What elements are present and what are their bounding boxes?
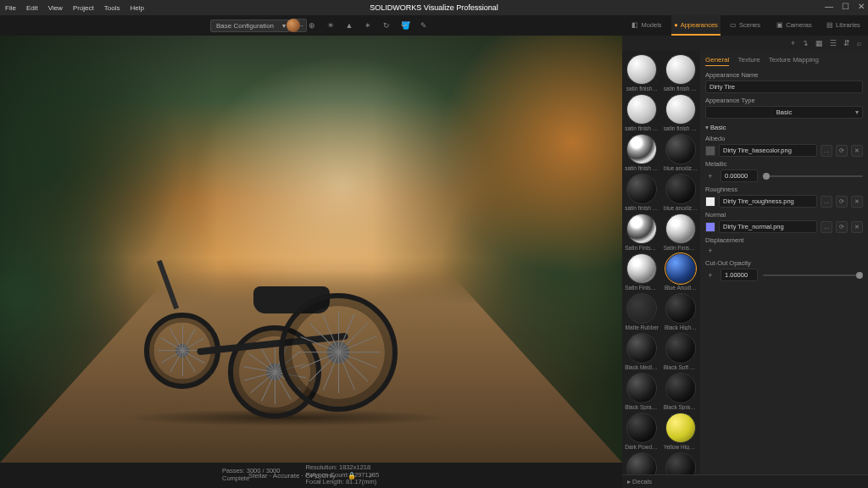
appearance-label: Blue Anodi… — [664, 285, 698, 291]
proptab-mapping[interactable]: Texture Mapping — [769, 54, 819, 66]
minimize-icon[interactable]: — — [825, 2, 833, 11]
toolbar-globe-icon[interactable]: ⊕ — [305, 19, 319, 32]
roughness-label: Roughness — [705, 186, 863, 193]
normal-clear-icon[interactable]: ✕ — [851, 221, 863, 233]
menu-file[interactable]: File — [5, 4, 16, 12]
material-preset-icon[interactable] — [287, 19, 300, 32]
roughness-reload-icon[interactable]: ⟳ — [836, 196, 848, 208]
roughness-clear-icon[interactable]: ✕ — [851, 196, 863, 208]
proptab-general[interactable]: General — [705, 54, 729, 66]
menu-edit[interactable]: Edit — [26, 4, 38, 12]
normal-chip[interactable] — [705, 222, 715, 232]
toolbar-sun-icon[interactable]: ☀ — [324, 19, 337, 32]
decals-section[interactable]: ▸ Decals — [622, 474, 868, 488]
appearance-name-field[interactable]: Dirty Tire — [705, 80, 863, 93]
appearance-swatch[interactable]: blue anodiz… — [663, 134, 699, 171]
roughness-chip[interactable] — [705, 197, 715, 207]
toolbar-refresh-icon[interactable]: ↻ — [380, 19, 393, 32]
appearance-label: Dark Powde… — [625, 444, 659, 450]
tab-scenes[interactable]: ▭Scenes — [721, 15, 770, 36]
lock-icon[interactable]: 🔒 — [348, 472, 356, 480]
section-basic[interactable]: Basic — [705, 124, 863, 131]
appearance-swatch[interactable]: Satin Finish… — [624, 214, 660, 251]
appearance-type-select[interactable]: Basic — [705, 106, 863, 119]
maximize-icon[interactable]: ☐ — [842, 2, 849, 11]
albedo-chip[interactable] — [705, 146, 715, 156]
menu-project[interactable]: Project — [73, 4, 94, 12]
metallic-value-field[interactable]: 0.00000 — [721, 169, 758, 182]
appearance-label: satin finish… — [625, 86, 659, 92]
roughness-browse-button[interactable]: … — [821, 196, 832, 208]
albedo-reload-icon[interactable]: ⟳ — [836, 145, 848, 157]
import-button[interactable]: ↴ — [802, 39, 809, 47]
appearance-swatch[interactable]: satin finish… — [624, 54, 660, 92]
albedo-browse-button[interactable]: … — [821, 145, 832, 157]
tab-models[interactable]: ◧Models — [622, 15, 671, 36]
appearance-swatch[interactable]: Black Spray… — [663, 373, 699, 410]
sphere-icon: ● — [674, 21, 678, 29]
appearance-swatch[interactable]: Black Mediu… — [624, 333, 660, 370]
list-view-icon[interactable]: ☰ — [830, 39, 837, 47]
toolbar-mesh-icon[interactable]: ▲ — [342, 19, 356, 32]
appearance-library[interactable]: satin finish…satin finish s…satin finish… — [622, 51, 700, 474]
filter-icon[interactable]: ⌕ — [857, 39, 861, 47]
cutout-slider[interactable] — [763, 274, 863, 276]
properties-panel: General Texture Texture Mapping Appearan… — [700, 51, 868, 474]
displacement-add-icon[interactable]: + — [705, 246, 715, 256]
material-ball-icon — [626, 54, 657, 85]
normal-reload-icon[interactable]: ⟳ — [836, 221, 848, 233]
appearance-label: Satin Finish… — [625, 245, 659, 251]
add-button[interactable]: + — [791, 39, 795, 47]
appearance-swatch[interactable]: blue anodiz… — [663, 174, 699, 211]
appearance-swatch[interactable]: Dirty Tire — [624, 452, 660, 474]
appearance-swatch[interactable]: satin finish s… — [663, 94, 699, 131]
appearance-swatch[interactable]: Satin Finish… — [624, 253, 660, 291]
cutout-value-field[interactable]: 1.00000 — [721, 269, 758, 281]
menu-help[interactable]: Help — [130, 4, 143, 12]
appearance-swatch[interactable]: Black Spray… — [624, 373, 660, 410]
appearance-label: Satin Finish… — [664, 245, 698, 251]
panel-toolbar: + ↴ ▦ ☰ ⇵ ⌕ — [622, 36, 868, 51]
appearance-swatch[interactable]: satin finish s… — [663, 54, 699, 92]
menu-view[interactable]: View — [48, 4, 63, 12]
appearance-swatch[interactable]: Matte Rubber — [624, 293, 660, 330]
close-icon[interactable]: ✕ — [858, 2, 865, 11]
tab-cameras[interactable]: ▣Cameras — [770, 15, 819, 36]
material-ball-icon — [626, 214, 657, 244]
metallic-slider[interactable] — [763, 175, 863, 177]
cutout-label: Cut-Out Opacity — [705, 259, 863, 267]
appearance-swatch[interactable]: Dirty Tire 2 — [663, 452, 699, 474]
toolbar-axes-icon[interactable]: ✶ — [361, 19, 375, 32]
menu-tools[interactable]: Tools — [104, 4, 120, 12]
cutout-add-icon[interactable]: + — [705, 270, 715, 280]
grid-view-icon[interactable]: ▦ — [815, 39, 823, 47]
viewport[interactable] — [0, 36, 622, 463]
appearance-swatch[interactable]: satin finish s… — [624, 94, 660, 131]
proptab-texture[interactable]: Texture — [737, 54, 760, 66]
appearance-swatch[interactable]: Dark Powde… — [624, 413, 660, 450]
albedo-texture-field[interactable]: Dirty Tire_basecolor.png — [719, 144, 817, 157]
normal-texture-field[interactable]: Dirty Tire_normal.png — [719, 220, 817, 233]
toolbar-wand-icon[interactable]: ✎ — [417, 19, 431, 32]
material-ball-icon — [626, 373, 657, 403]
appearance-swatch[interactable]: satin finish s… — [624, 134, 660, 171]
appearance-swatch[interactable]: satin finish s… — [624, 174, 660, 211]
appearance-swatch[interactable]: Black Soft T… — [663, 333, 699, 370]
appearance-label: Black High… — [664, 324, 698, 330]
tab-libraries[interactable]: ▤Libraries — [819, 15, 868, 36]
appearance-swatch[interactable]: Blue Anodi… — [663, 253, 699, 291]
tab-appearances[interactable]: ●Appearances — [671, 15, 721, 36]
appearance-swatch[interactable]: Black High… — [663, 293, 699, 330]
appearance-swatch[interactable]: Satin Finish… — [663, 214, 699, 251]
normal-browse-button[interactable]: … — [821, 221, 832, 233]
expand-icon[interactable]: ⤢ — [368, 472, 374, 480]
appearance-label: satin finish s… — [625, 165, 659, 171]
appearance-label: Black Mediu… — [625, 364, 659, 370]
roughness-texture-field[interactable]: Dirty Tire_roughness.png — [719, 195, 817, 208]
sort-icon[interactable]: ⇵ — [843, 39, 850, 47]
configuration-select[interactable]: Base Configuration — [210, 19, 290, 32]
albedo-clear-icon[interactable]: ✕ — [851, 145, 863, 157]
appearance-swatch[interactable]: Yellow High… — [663, 413, 699, 450]
toolbar-bucket-icon[interactable]: 🪣 — [398, 19, 412, 32]
metallic-add-icon[interactable]: + — [705, 171, 715, 181]
